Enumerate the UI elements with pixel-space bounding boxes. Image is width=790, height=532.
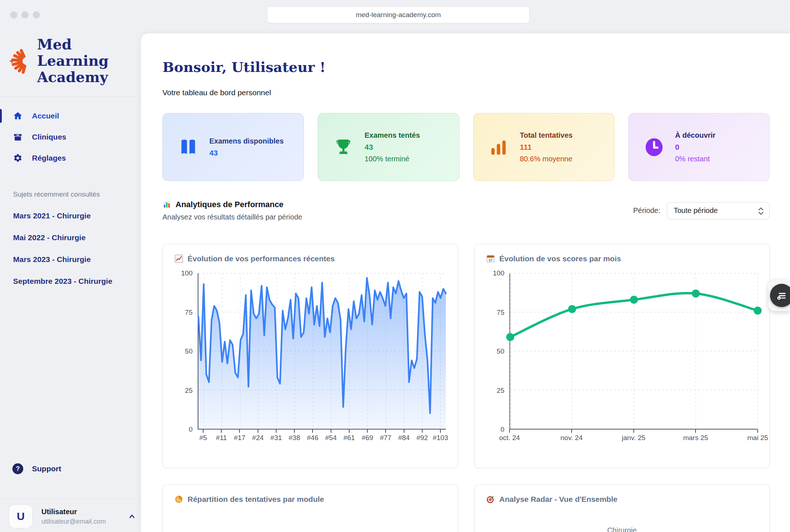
recent-item[interactable]: Mai 2022 - Chirurgie [0, 233, 141, 242]
trophy-icon [333, 137, 354, 157]
x-axis-labels: #5#11#17#24#31#38#46#54#61#69#77#84#92#1… [198, 430, 446, 446]
chart-card-performance-trend: Évolution de vos performances récentes 1… [162, 244, 458, 468]
recent-item[interactable]: Mars 2023 - Chirurgie [0, 255, 141, 264]
logo-text: Med Learning Academy [37, 36, 109, 85]
archive-box-icon [13, 132, 23, 142]
user-email: utilisateur@email.com [41, 518, 106, 525]
page-title: Bonsoir, Utilisateur ! [162, 59, 770, 75]
user-menu[interactable]: U Utilisateur utilisateur@email.com [9, 504, 136, 528]
help-icon: ? [12, 463, 23, 474]
pie-emoji-icon [174, 495, 183, 504]
book-icon [178, 137, 198, 157]
sidebar-divider [0, 96, 141, 97]
stat-card-examens-disponibles: Examens disponibles 43 [162, 113, 304, 181]
stat-subtext: 100% terminé [364, 155, 420, 163]
gear-icon [13, 153, 23, 163]
svg-text:17: 17 [489, 258, 492, 262]
line-chart-emoji-icon [174, 254, 183, 263]
bar-chart-emoji-icon [162, 200, 171, 209]
chevron-up-icon [128, 512, 136, 520]
chart-title: Analyse Radar - Vue d'Ensemble [499, 495, 617, 504]
nav-label: Réglages [32, 154, 66, 162]
sidebar-item-support[interactable]: ? Support [0, 459, 141, 479]
y-axis-labels: 1007550250 [486, 273, 509, 430]
reading-list-button[interactable] [770, 284, 790, 307]
address-bar[interactable]: med-learning-academy.com [267, 7, 529, 23]
recent-item[interactable]: Mars 2021 - Chirurgie [0, 211, 141, 220]
y-axis-labels: 1007550250 [174, 273, 198, 430]
sidebar: Med Learning Academy Accueil Cliniques [0, 0, 141, 532]
logo: Med Learning Academy [0, 0, 141, 85]
chart-title: Répartition des tentatives par module [188, 495, 324, 504]
radar-axis-label: Chirurgie [486, 526, 758, 532]
stat-card-total-tentatives: Total tentatives 111 80.6% moyenne [473, 113, 614, 181]
stat-value: 43 [209, 149, 284, 157]
page-subtitle: Votre tableau de bord personnel [162, 88, 770, 97]
bar-chart-icon [489, 137, 509, 157]
analytics-title-row: Analytiques de Performance [162, 200, 302, 209]
analytics-subtitle: Analysez vos résultats détaillés par pér… [162, 213, 302, 221]
select-chevrons-icon [757, 207, 765, 215]
home-icon [13, 111, 23, 121]
monthly-scores-plot [509, 273, 758, 430]
recent-item[interactable]: Septembre 2023 - Chirurgie [0, 277, 141, 286]
sidebar-item-reglages[interactable]: Réglages [0, 148, 141, 169]
sidebar-item-cliniques[interactable]: Cliniques [0, 126, 141, 148]
stat-card-examens-tentes: Examens tentés 43 100% terminé [318, 113, 459, 181]
user-divider [0, 499, 141, 499]
nav-label: Accueil [32, 112, 59, 120]
clock-icon [644, 137, 664, 157]
stat-value: 111 [520, 143, 573, 152]
stat-value: 0 [675, 143, 716, 152]
period-value: Toute période [674, 206, 718, 215]
stat-card-a-decouvrir: À découvrir 0 0% restant [628, 113, 770, 181]
stat-subtext: 0% restant [675, 155, 716, 163]
logo-burst-icon [9, 44, 28, 78]
nav-label: Cliniques [32, 133, 66, 141]
stat-title: À découvrir [675, 131, 716, 140]
performance-trend-plot [198, 273, 446, 430]
media-list-icon [775, 289, 789, 302]
chart-card-attempts-by-module: Répartition des tentatives par module [162, 484, 458, 532]
floating-widget-track [768, 280, 790, 311]
chart-title: Évolution de vos scores par mois [499, 254, 621, 263]
period-select[interactable]: Toute période [667, 202, 770, 219]
analytics-title: Analytiques de Performance [176, 200, 283, 209]
active-indicator [0, 109, 2, 123]
stats-row: Examens disponibles 43 Examens tentés 43… [162, 113, 770, 181]
main-panel: Bonsoir, Utilisateur ! Votre tableau de … [141, 33, 790, 532]
support-label: Support [32, 464, 61, 473]
target-emoji-icon [486, 495, 495, 504]
x-axis-labels: oct. 24nov. 24janv. 25mars 25mai 25 [509, 430, 758, 446]
sidebar-nav: Accueil Cliniques Réglages [0, 105, 141, 169]
chart-card-radar-overview: Analyse Radar - Vue d'Ensemble Chirurgie [474, 484, 770, 532]
calendar-emoji-icon: 17 [486, 254, 495, 263]
recent-section-title: Sujets récemment consultés [0, 190, 141, 198]
charts-row: Évolution de vos performances récentes 1… [162, 244, 770, 532]
stat-title: Examens disponibles [209, 137, 284, 145]
stat-title: Examens tentés [364, 131, 420, 140]
user-name: Utilisateur [41, 508, 106, 516]
stat-title: Total tentatives [520, 131, 573, 140]
stat-subtext: 80.6% moyenne [520, 155, 573, 163]
period-label: Période: [633, 206, 661, 215]
analytics-header: Analytiques de Performance Analysez vos … [162, 200, 770, 221]
chart-title: Évolution de vos performances récentes [188, 254, 335, 263]
chart-card-monthly-scores: 17 Évolution de vos scores par mois 1007… [474, 244, 770, 468]
sidebar-item-accueil[interactable]: Accueil [0, 105, 141, 126]
avatar: U [9, 504, 33, 528]
stat-value: 43 [364, 143, 420, 152]
